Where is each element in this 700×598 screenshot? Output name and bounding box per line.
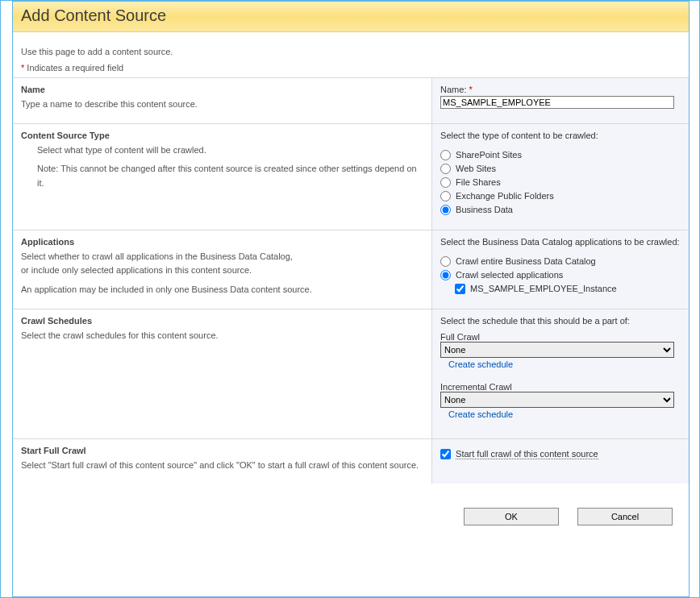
radio-crawl-selected[interactable]: Crawl selected applications <box>440 270 681 280</box>
apps-section-title: Applications <box>21 237 423 247</box>
radio-crawl-all-label: Crawl entire Business Data Catalog <box>456 256 596 266</box>
checkbox-app-instance-label: MS_SAMPLE_EMPLOYEE_Instance <box>470 284 617 293</box>
name-section-right: Name: * <box>432 78 689 124</box>
type-section-right: Select the type of content to be crawled… <box>432 123 689 230</box>
name-label-text: Name: <box>440 85 466 94</box>
inc-crawl-create-link[interactable]: Create schedule <box>448 409 513 419</box>
start-section-left: Start Full Crawl Select "Start full craw… <box>13 438 432 484</box>
radio-exchange[interactable]: Exchange Public Folders <box>440 191 681 201</box>
start-section-title: Start Full Crawl <box>21 446 423 455</box>
radio-file-input[interactable] <box>440 177 451 188</box>
full-crawl-select[interactable]: None <box>440 342 674 358</box>
name-field-label: Name: * <box>440 85 681 94</box>
radio-crawl-all-input[interactable] <box>440 256 451 267</box>
name-section-desc: Type a name to describe this content sou… <box>21 98 423 112</box>
name-section-left: Name Type a name to describe this conten… <box>13 78 432 124</box>
radio-exchange-label: Exchange Public Folders <box>456 191 554 201</box>
outer-frame: Add Content Source Use this page to add … <box>0 0 700 598</box>
page-panel: Add Content Source Use this page to add … <box>12 1 690 597</box>
sched-section-title: Crawl Schedules <box>21 316 423 326</box>
name-section-title: Name <box>21 85 423 94</box>
radio-exchange-input[interactable] <box>440 191 451 201</box>
required-note-text: Indicates a required field <box>27 63 123 73</box>
type-section-title: Content Source Type <box>21 131 423 140</box>
checkbox-app-instance[interactable]: MS_SAMPLE_EMPLOYEE_Instance <box>455 284 681 294</box>
radio-web-label: Web Sites <box>456 164 496 173</box>
inc-crawl-select[interactable]: None <box>440 392 674 408</box>
apps-desc-3: An application may be included in only o… <box>21 284 312 294</box>
checkbox-start-full-crawl-label: Start full crawl of this content source <box>456 449 598 459</box>
type-desc-2: Note: This cannot be changed after this … <box>21 162 423 190</box>
radio-sharepoint-label: SharePoint Sites <box>456 150 522 160</box>
apps-desc-1: Select whether to crawl all applications… <box>21 251 293 261</box>
required-note: * Indicates a required field <box>13 63 689 77</box>
radio-crawl-selected-input[interactable] <box>440 270 451 280</box>
start-section-desc: Select "Start full crawl of this content… <box>21 459 423 473</box>
full-crawl-label: Full Crawl <box>440 332 681 342</box>
start-section-right: Start full crawl of this content source <box>432 438 689 484</box>
radio-file[interactable]: File Shares <box>440 177 681 188</box>
intro-text: Use this page to add a content source. <box>13 32 689 63</box>
radio-business-label: Business Data <box>456 205 513 214</box>
checkbox-app-instance-input[interactable] <box>455 284 465 294</box>
radio-business-input[interactable] <box>440 205 451 215</box>
sched-section-right: Select the schedule that this should be … <box>432 309 689 438</box>
apps-section-left: Applications Select whether to crawl all… <box>13 230 432 309</box>
full-crawl-create-link[interactable]: Create schedule <box>448 359 513 369</box>
page-title: Add Content Source <box>21 6 166 24</box>
radio-sharepoint[interactable]: SharePoint Sites <box>440 150 681 160</box>
name-input[interactable] <box>440 96 674 109</box>
radio-web-input[interactable] <box>440 164 451 174</box>
apps-section-right: Select the Business Data Catalog applica… <box>432 230 689 309</box>
sched-section-left: Crawl Schedules Select the crawl schedul… <box>13 309 432 438</box>
required-star-icon: * <box>469 85 473 94</box>
radio-sharepoint-input[interactable] <box>440 150 451 160</box>
radio-file-label: File Shares <box>456 177 501 187</box>
page-header: Add Content Source <box>13 2 689 32</box>
radio-business[interactable]: Business Data <box>440 205 681 215</box>
checkbox-start-full-crawl-input[interactable] <box>440 449 451 459</box>
required-star-icon: * <box>21 63 24 73</box>
form-table: Name Type a name to describe this conten… <box>13 77 689 484</box>
sched-right-label: Select the schedule that this should be … <box>440 316 681 326</box>
ok-button[interactable]: OK <box>464 508 559 525</box>
radio-web[interactable]: Web Sites <box>440 164 681 174</box>
type-section-left: Content Source Type Select what type of … <box>13 123 432 230</box>
type-desc-1: Select what type of content will be craw… <box>21 143 423 158</box>
button-row: OK Cancel <box>13 484 689 534</box>
inc-crawl-label: Incremental Crawl <box>440 382 681 392</box>
apps-right-label: Select the Business Data Catalog applica… <box>440 237 681 247</box>
type-right-label: Select the type of content to be crawled… <box>440 131 681 140</box>
checkbox-start-full-crawl[interactable]: Start full crawl of this content source <box>440 449 681 459</box>
sched-section-desc: Select the crawl schedules for this cont… <box>21 329 423 343</box>
radio-crawl-selected-label: Crawl selected applications <box>456 270 563 280</box>
cancel-button[interactable]: Cancel <box>577 508 673 525</box>
radio-crawl-all[interactable]: Crawl entire Business Data Catalog <box>440 256 681 267</box>
apps-desc-2: or include only selected applications in… <box>21 265 252 275</box>
